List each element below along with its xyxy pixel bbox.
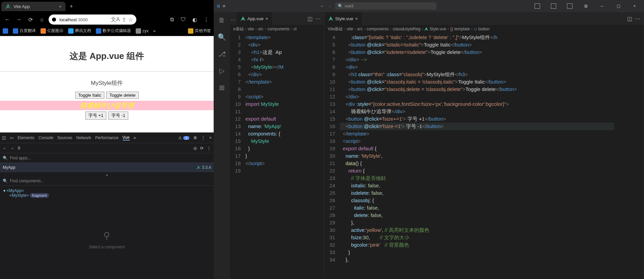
divider [0,71,214,72]
tab-vue[interactable]: Vue [123,135,130,141]
menu-icon[interactable]: ⋮ [207,146,211,151]
extensions-button[interactable]: ⧉ [167,15,177,24]
menu-icon[interactable]: ⋮ [201,135,205,140]
layout-icon[interactable] [562,0,577,12]
tab-overflow[interactable]: … [230,16,237,22]
bookmark-item[interactable]: zyx [136,28,149,34]
bookmark-icon [13,28,18,34]
editor-right: Style.vue × ◫ ⋯ Vite基础› vite› src› compo… [324,12,644,279]
editor-left: … App.vue × ◫ ⋯ e基础› vite› src› compo [230,12,324,279]
run-debug-icon[interactable]: ▷ [217,66,226,75]
tab-sources[interactable]: Sources [57,135,72,140]
minimize-button[interactable]: ─ [595,0,610,12]
minimap[interactable] [294,33,324,279]
folder-icon [188,28,193,34]
tree-icon[interactable]: ⚲ [18,146,21,151]
refresh-icon[interactable]: ⟳ [200,146,204,151]
find-apps-input[interactable]: 🔍 Find apps... [0,153,214,163]
tab-style-vue[interactable]: Style.vue × [324,12,362,25]
breadcrumb[interactable]: e基础› vite› src› components› cl [230,25,324,33]
breadcrumb[interactable]: Vite基础› vite› src› components› class&sty… [324,25,644,33]
tab-performance[interactable]: Performance [95,135,118,140]
tab-elements[interactable]: Elements [18,135,34,140]
source-control-icon[interactable]: ⎇ [217,49,226,59]
forward-button[interactable]: → [14,15,24,24]
back-icon[interactable]: ← [3,146,7,151]
address-bar[interactable]: localhost:3000 文A ⇧ ☆ [49,14,136,25]
bookmark-folder[interactable]: 其他书签 [188,28,211,34]
menu-icon[interactable]: ≡ [223,4,225,8]
close-icon[interactable]: × [355,16,358,21]
vue-icon [241,17,245,21]
inspect-icon[interactable]: ◫ [2,135,6,140]
command-center[interactable]: 🔍 vue3 [335,2,436,10]
bookmark-item[interactable]: 亿图图示 [41,28,63,34]
overflow-icon[interactable]: » [134,135,136,140]
shield-icon[interactable]: 🛡 [179,15,188,24]
search-icon: 🔍 [3,179,8,183]
tab-title: Vite App [14,4,30,9]
vscode-window: ⧉ ≡ ← → 🔍 vue3 ⊞ ─ ▢ × 🗎 🔍 ⎇ ▷ ⊞ [214,0,644,279]
page-title: 这是 App.vue 组件 [70,50,144,62]
gear-icon[interactable]: ⚙ [193,135,197,140]
overflow-icon[interactable]: » [153,29,156,33]
nav-fwd-icon[interactable]: → [328,4,332,8]
search-icon[interactable]: 🔍 [217,32,226,42]
maximize-button[interactable]: ▢ [611,0,626,12]
more-icon[interactable]: ⋯ [635,16,640,22]
target-icon[interactable]: ◎ [193,146,197,151]
tree-icon: ⚲ [103,230,110,241]
menu-button[interactable]: ⋮ [202,15,211,24]
extensions-icon[interactable]: ⊞ [217,83,226,92]
font-inc-button[interactable]: 字号 +1 [85,112,106,120]
layout-icon[interactable]: ⊞ [579,0,593,12]
app-row[interactable]: MyApp 3.3.4 [0,163,214,172]
toggle-italic-button[interactable]: Toggle Italic [75,92,105,99]
bookmark-item[interactable] [3,28,8,34]
layout-icon[interactable] [530,0,545,12]
code-area[interactable]: 4567891011121314151617181920212223242526… [324,33,644,279]
subtitle: MyStyle组件 [91,79,123,87]
translate-icon[interactable]: 文A [111,16,120,23]
bookmark-icon [96,28,101,34]
bookmark-item[interactable]: 数学公式编辑器 [96,28,131,34]
browser-window: Vite App × + ← → ⟳ ⌂ localhost:3000 文A ⇧… [0,0,214,279]
url-port: :3000 [77,17,88,22]
split-icon[interactable]: ◫ [307,16,313,22]
layout-icon[interactable] [546,0,561,12]
minimap[interactable] [614,33,644,279]
toggle-delete-button[interactable]: Toggle delete [106,92,138,99]
close-icon[interactable]: × [266,16,268,21]
warning-badge[interactable]: ⚠1 [178,135,189,140]
nav-back-icon[interactable]: ← [320,4,324,8]
device-icon[interactable]: ▭ [10,135,14,140]
profile-icon[interactable]: ◐ [190,15,199,24]
explorer-icon[interactable]: 🗎 [217,16,226,25]
share-icon[interactable]: ⇧ [122,17,126,23]
search-icon: 🔍 [338,4,343,8]
bookmark-item[interactable]: 腾讯文档 [68,28,91,34]
reload-button[interactable]: ⟳ [26,15,35,24]
star-icon[interactable]: ☆ [128,17,133,23]
browser-tab[interactable]: Vite App × [1,2,65,11]
back-button[interactable]: ← [3,15,12,24]
styled-text: 骑着蜗牛ひ追导弹 [0,101,214,110]
close-icon[interactable]: × [209,135,212,140]
tab-console[interactable]: Console [38,135,53,140]
component-tree[interactable]: ▾ <MyApp> <MyStyle> fragment [0,186,214,200]
forward-icon[interactable]: → [10,146,14,151]
tab-network[interactable]: Network [76,135,91,140]
home-button[interactable]: ⌂ [37,15,47,24]
code-area[interactable]: 12345678910111213141516171819 <template>… [230,33,324,279]
more-icon[interactable]: ⋯ [315,16,321,22]
tab-app-vue[interactable]: App.vue × [237,12,272,25]
empty-state: ⚲ Select a component [0,200,214,279]
page-viewport: 这是 App.vue 组件 MyStyle组件 Toggle Italic To… [0,36,214,132]
split-icon[interactable]: ◫ [627,16,632,22]
close-icon[interactable]: × [59,4,61,9]
font-dec-button[interactable]: 字号 -1 [108,112,128,120]
bookmark-item[interactable]: 百度翻译 [13,28,36,34]
close-button[interactable]: × [627,0,642,12]
find-components-input[interactable]: 🔍 Find components... [0,176,214,186]
new-tab-button[interactable]: + [70,3,73,10]
